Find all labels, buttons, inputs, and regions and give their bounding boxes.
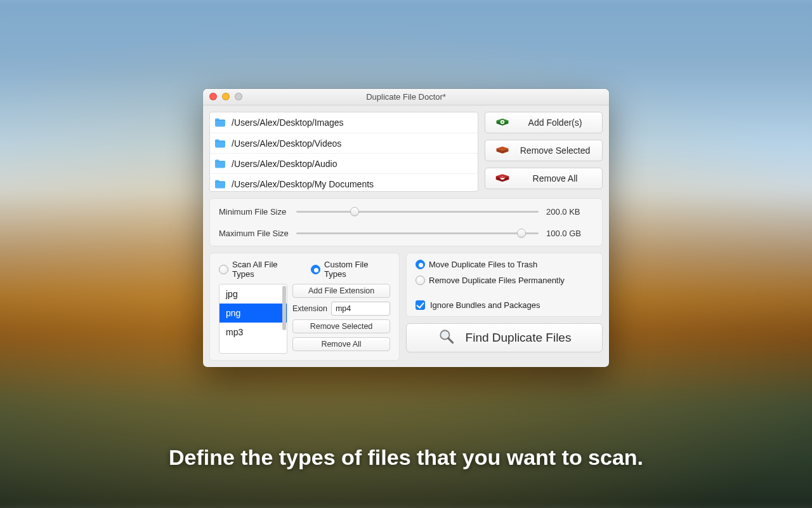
traffic-lights [209, 93, 242, 100]
close-button[interactable] [209, 93, 217, 100]
remove-all-button[interactable]: Remove All [485, 168, 603, 189]
extension-item[interactable]: jpg [219, 284, 287, 304]
ext-remove-selected-button[interactable]: Remove Selected [292, 319, 390, 333]
move-to-trash-label: Move Duplicate Files to Trash [429, 260, 537, 269]
folder-icon [214, 138, 226, 149]
ignore-bundles-checkbox-row[interactable]: Ignore Bundles and Packages [416, 300, 593, 310]
scan-all-label: Scan All File Types [232, 260, 299, 279]
min-size-slider[interactable] [296, 205, 539, 218]
marketing-caption: Define the types of files that you want … [0, 445, 812, 470]
remove-all-label: Remove All [517, 173, 593, 184]
remove-permanently-radio[interactable]: Remove Duplicate Files Permanently [416, 276, 593, 285]
folder-row[interactable]: /Users/Alex/Desktop/Videos [210, 133, 478, 153]
max-size-value: 100.0 GB [546, 229, 593, 238]
extension-list[interactable]: jpg png mp3 [219, 284, 287, 354]
minimize-button[interactable] [222, 93, 230, 100]
file-types-panel: Scan All File Types Custom File Types jp… [209, 253, 400, 361]
folder-icon [214, 117, 226, 128]
titlebar[interactable]: Duplicate File Doctor* [203, 89, 609, 105]
add-folder-label: Add Folder(s) [517, 117, 593, 128]
maximize-button[interactable] [235, 93, 242, 100]
find-duplicates-button[interactable]: Find Duplicate Files [406, 323, 603, 352]
extension-scrollbar[interactable] [282, 284, 287, 353]
folder-row[interactable]: /Users/Alex/Desktop/Images [210, 112, 478, 133]
add-folder-button[interactable]: Add Folder(s) [485, 112, 603, 133]
folder-path: /Users/Alex/Desktop/Audio [232, 159, 337, 169]
folder-path: /Users/Alex/Desktop/Videos [232, 138, 341, 149]
add-folder-icon [494, 117, 511, 128]
folder-row[interactable]: /Users/Alex/Desktop/My Documents [210, 173, 478, 192]
folder-path: /Users/Alex/Desktop/My Documents [232, 179, 374, 189]
add-extension-button[interactable]: Add File Extension [292, 284, 390, 298]
ext-remove-selected-label: Remove Selected [310, 322, 373, 331]
remove-selected-label: Remove Selected [517, 145, 593, 156]
remove-permanently-label: Remove Duplicate Files Permanently [429, 276, 565, 285]
min-size-value: 200.0 KB [546, 207, 593, 217]
remove-selected-button[interactable]: Remove Selected [485, 140, 603, 161]
max-size-thumb[interactable] [517, 229, 526, 237]
svg-point-3 [442, 331, 448, 338]
window-title: Duplicate File Doctor* [203, 92, 609, 102]
custom-types-radio[interactable]: Custom File Types [311, 260, 390, 279]
scan-all-radio[interactable]: Scan All File Types [219, 260, 299, 279]
min-size-thumb[interactable] [350, 207, 359, 216]
extension-item[interactable]: png [219, 304, 287, 323]
ignore-bundles-checkbox[interactable] [416, 300, 425, 310]
min-size-label: Minimum File Size [219, 207, 289, 217]
ignore-bundles-label: Ignore Bundles and Packages [430, 300, 540, 310]
remove-selected-icon [494, 145, 511, 156]
extension-input-value: mp4 [336, 304, 351, 313]
folder-icon [214, 159, 226, 169]
extension-input[interactable]: mp4 [331, 302, 390, 316]
folder-icon [214, 179, 226, 189]
remove-all-icon [494, 173, 511, 184]
extension-field-label: Extension [292, 304, 327, 313]
max-size-slider[interactable] [296, 227, 539, 239]
size-panel: Minimum File Size 200.0 KB Maximum File … [209, 198, 603, 246]
magnifier-icon [438, 328, 455, 349]
folder-path: /Users/Alex/Desktop/Images [232, 117, 344, 128]
ext-remove-all-label: Remove All [321, 340, 361, 349]
add-extension-label: Add File Extension [308, 286, 374, 295]
move-to-trash-radio[interactable]: Move Duplicate Files to Trash [416, 260, 593, 269]
folder-list[interactable]: /Users/Alex/Desktop/Images /Users/Alex/D… [209, 112, 478, 192]
extension-item[interactable]: mp3 [219, 323, 287, 342]
ext-remove-all-button[interactable]: Remove All [292, 337, 390, 351]
folder-row[interactable]: /Users/Alex/Desktop/Audio [210, 153, 478, 173]
find-duplicates-label: Find Duplicate Files [466, 331, 572, 345]
max-size-label: Maximum File Size [219, 229, 289, 238]
options-panel: Move Duplicate Files to Trash Remove Dup… [406, 253, 603, 317]
app-window: Duplicate File Doctor* /Users/Alex/Deskt… [203, 89, 609, 367]
custom-types-label: Custom File Types [324, 260, 390, 279]
